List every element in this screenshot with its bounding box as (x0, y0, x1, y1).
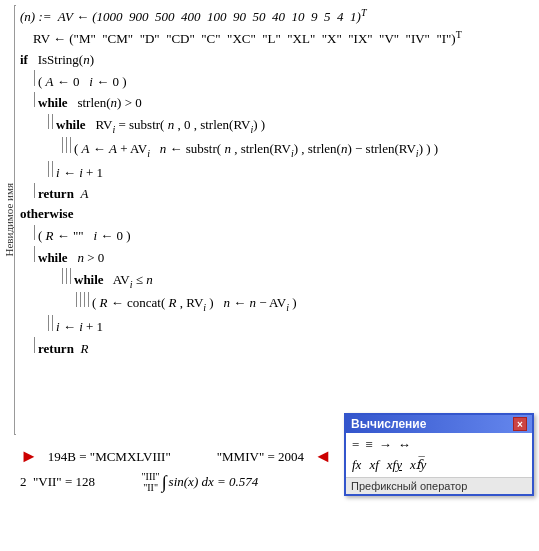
init-r-i: ( R ← "" i ← 0 ) (38, 226, 131, 246)
while4-expr: while AVi ≤ n (74, 270, 153, 292)
op-arrow[interactable]: → (379, 437, 392, 453)
i-inc2-expr: i ← i + 1 (56, 317, 103, 337)
integral-expr: "III" "II" ∫ sin(x) dx = 0.574 (142, 471, 259, 493)
code-line-a-update: ( A ← A + AVi n ← substr( n , strlen(RVi… (62, 137, 534, 161)
popup-operators-row1: = ≡ → ↔ (352, 437, 526, 453)
code-line-while1: while strlen(n) > 0 (34, 92, 534, 114)
integral-function: sin(x) dx = 0.574 (169, 474, 259, 490)
if-keyword: if IsString(n) (20, 50, 94, 70)
code-line-i-inc1: i ← i + 1 (48, 161, 534, 183)
while2-expr: while RVi = substr( n , 0 , strlen(RVi) … (56, 115, 265, 137)
popup-operators-row2: fx xf xfy xf̅y (352, 457, 526, 473)
code-line-rv: RV ← ("M" "CM" "D" "CD" "C" "XC" "L" "XL… (20, 27, 534, 49)
op-eq[interactable]: = (352, 437, 359, 453)
main-area: Невидимое имя (n) := AV ← (1000 900 500 … (0, 0, 539, 551)
integral-upper: "III" (142, 471, 160, 482)
op-xfby[interactable]: xf̅y (410, 457, 426, 473)
integral-symbol: ∫ (162, 473, 167, 491)
code-line-0: (n) := AV ← (1000 900 500 400 100 90 50 … (20, 5, 534, 27)
r-update-expr: ( R ← concat( R , RVi ) n ← n − AVi ) (92, 293, 297, 315)
func-def: (n) := AV ← (1000 900 500 400 100 90 50 … (20, 5, 367, 27)
while1-keyword: while strlen(n) > 0 (38, 93, 142, 113)
rv-assign: RV ← ("M" "CM" "D" "CD" "C" "XC" "L" "XL… (20, 27, 462, 49)
arrow-right-icon: ► (20, 446, 38, 467)
code-line-r-update: ( R ← concat( R , RVi ) n ← n − AVi ) (76, 292, 534, 316)
op-xf[interactable]: xf (369, 457, 378, 473)
side-bracket (14, 5, 16, 435)
code-line-return-a: return A (34, 183, 534, 205)
popup-body: = ≡ → ↔ fx xf xfy xf̅y (346, 433, 532, 477)
popup-title-bar: Вычисление × (346, 415, 532, 433)
integral-lower: "II" (142, 482, 160, 493)
popup-footer: Префиксный оператор (346, 477, 532, 494)
code-line-while2: while RVi = substr( n , 0 , strlen(RVi) … (48, 114, 534, 138)
return-a-expr: return A (38, 184, 88, 204)
code-line-init2: ( R ← "" i ← 0 ) (34, 225, 534, 247)
code-line-init1: ( A ← 0 i ← 0 ) (34, 70, 534, 92)
op-xfy[interactable]: xfy (387, 457, 402, 473)
op-bidir[interactable]: ↔ (398, 437, 411, 453)
return-r-expr: return R (38, 339, 88, 359)
code-line-while4: while AVi ≤ n (62, 268, 534, 292)
result2-lhs: 2 "VII" = 128 (20, 474, 95, 490)
otherwise-keyword: otherwise (20, 204, 73, 224)
popup-dialog: Вычисление × = ≡ → ↔ fx xf xfy xf̅y Преф… (344, 413, 534, 496)
popup-close-button[interactable]: × (513, 417, 527, 431)
op-fx[interactable]: fx (352, 457, 361, 473)
code-line-otherwise: otherwise (20, 204, 534, 224)
a-update-expr: ( A ← A + AVi n ← substr( n , strlen(RVi… (74, 139, 438, 161)
init-a-i: ( A ← 0 i ← 0 ) (38, 72, 127, 92)
op-equiv[interactable]: ≡ (365, 437, 372, 453)
code-line-return-r: return R (34, 337, 534, 359)
while3-expr: while n > 0 (38, 248, 104, 268)
code-line-i-inc2: i ← i + 1 (48, 315, 534, 337)
code-line-if: if IsString(n) (20, 50, 534, 70)
code-line-while3: while n > 0 (34, 246, 534, 268)
popup-title: Вычисление (351, 417, 426, 431)
result1-lhs: 194B = "MCMXLVIII" (48, 449, 171, 465)
result1-rhs: "MMIV" = 2004 (217, 449, 304, 465)
code-area: (n) := AV ← (1000 900 500 400 100 90 50 … (20, 5, 534, 441)
i-inc1-expr: i ← i + 1 (56, 163, 103, 183)
arrow-left-icon: ◄ (314, 446, 332, 467)
